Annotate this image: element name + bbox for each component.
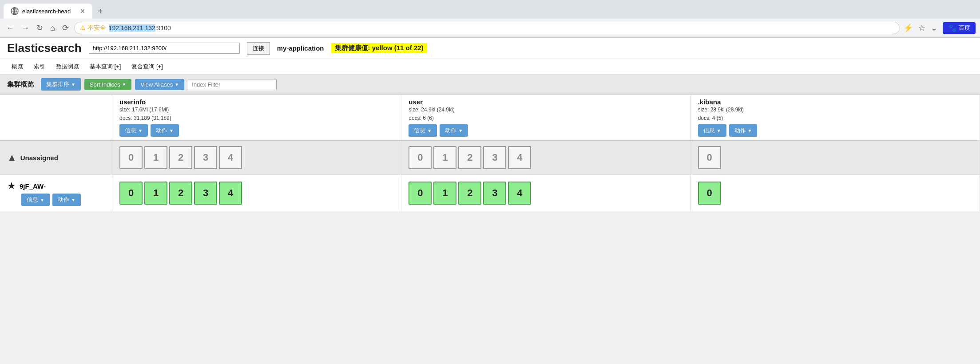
shard-node-user-0[interactable]: 0	[409, 182, 432, 205]
userinfo-info-button[interactable]: 信息 ▼	[119, 124, 148, 137]
bookmark-button[interactable]: ☆	[918, 23, 925, 33]
active-tab[interactable]: elasticsearch-head ✕	[4, 4, 92, 19]
tab-complex-query[interactable]: 复合查询 [+]	[127, 61, 167, 72]
sort-indices-label: Sort Indices	[90, 81, 120, 88]
cluster-sort-arrow-icon: ▼	[71, 82, 75, 87]
index-size-kibana: size: 28.9ki (28.9ki)	[698, 106, 972, 114]
unassigned-shards-userinfo: 0 1 2 3 4	[112, 141, 401, 175]
tab-bar: elasticsearch-head ✕ +	[0, 0, 980, 19]
lightning-button[interactable]: ⚡	[903, 23, 913, 33]
history-button[interactable]: ⟳	[60, 21, 71, 35]
indices-header-row: userinfo size: 17.6Mi (17.6Mi) docs: 31,…	[0, 95, 980, 141]
baidu-button[interactable]: 🐾 百度	[943, 22, 976, 34]
index-meta-userinfo: size: 17.6Mi (17.6Mi) docs: 31,189 (31,1…	[119, 106, 394, 123]
tab-close-icon[interactable]: ✕	[80, 8, 85, 15]
shard-node-userinfo-0[interactable]: 0	[119, 182, 143, 205]
index-header-kibana: .kibana size: 28.9ki (28.9ki) docs: 4 (5…	[690, 95, 980, 141]
shard-unassigned-user-0[interactable]: 0	[409, 146, 432, 169]
shard-node-userinfo-2[interactable]: 2	[169, 182, 192, 205]
globe-icon	[11, 7, 19, 15]
connect-button[interactable]: 连接	[247, 42, 270, 55]
node-shards-userinfo: 0 1 2 3 4	[112, 175, 401, 212]
shard-unassigned-userinfo-3[interactable]: 3	[194, 146, 217, 169]
user-info-arrow: ▼	[427, 128, 432, 133]
sort-indices-button[interactable]: Sort Indices ▼	[84, 79, 132, 90]
index-docs-kibana: docs: 4 (5)	[698, 114, 972, 123]
shard-unassigned-user-3[interactable]: 3	[483, 146, 506, 169]
health-badge: 集群健康值: yellow (11 of 22)	[331, 43, 427, 53]
index-name-userinfo: userinfo	[119, 98, 394, 106]
shard-node-user-2[interactable]: 2	[458, 182, 481, 205]
node-shards-container-userinfo: 0 1 2 3 4	[119, 182, 394, 205]
app: Elasticsearch 连接 my-application 集群健康值: y…	[0, 38, 980, 211]
index-name-kibana: .kibana	[698, 98, 972, 106]
unassigned-shards-container-user: 0 1 2 3 4	[409, 146, 683, 169]
userinfo-action-button[interactable]: 动作 ▼	[151, 124, 179, 137]
node-info-button[interactable]: 信息 ▼	[21, 194, 50, 206]
view-aliases-button[interactable]: View Aliases ▼	[135, 79, 184, 90]
node-shards-user: 0 1 2 3 4	[401, 175, 690, 212]
shard-unassigned-userinfo-0[interactable]: 0	[119, 146, 143, 169]
shard-node-kibana-0[interactable]: 0	[698, 182, 721, 205]
kibana-info-arrow: ▼	[717, 128, 721, 133]
address-bar[interactable]: ⚠ 不安全 192.168.211.132:9100	[74, 22, 900, 34]
shard-unassigned-user-1[interactable]: 1	[433, 146, 456, 169]
userinfo-info-arrow: ▼	[138, 128, 143, 133]
forward-button[interactable]: →	[20, 22, 31, 35]
main-content: userinfo size: 17.6Mi (17.6Mi) docs: 31,…	[0, 95, 980, 211]
index-filter-input[interactable]	[188, 79, 277, 90]
shard-node-userinfo-1[interactable]: 1	[144, 182, 167, 205]
app-header: Elasticsearch 连接 my-application 集群健康值: y…	[0, 38, 980, 59]
node-action-arrow: ▼	[71, 198, 75, 202]
shard-unassigned-userinfo-4[interactable]: 4	[219, 146, 242, 169]
index-meta-user: size: 24.9ki (24.9ki) docs: 6 (6)	[409, 106, 683, 123]
tab-basic-query[interactable]: 基本查询 [+]	[85, 61, 125, 72]
home-button[interactable]: ⌂	[48, 22, 57, 35]
shard-node-user-1[interactable]: 1	[433, 182, 456, 205]
tab-overview[interactable]: 概览	[7, 61, 28, 72]
shard-unassigned-userinfo-2[interactable]: 2	[169, 146, 192, 169]
node-label-cell: ★ 9jF_AW- 信息 ▼ 动作 ▼	[0, 175, 112, 212]
unassigned-shards-container-userinfo: 0 1 2 3 4	[119, 146, 394, 169]
reload-button[interactable]: ↻	[35, 21, 45, 35]
cluster-sort-button[interactable]: 集群排序 ▼	[41, 78, 81, 91]
shard-unassigned-userinfo-1[interactable]: 1	[144, 146, 167, 169]
tab-data-browse[interactable]: 数据浏览	[52, 61, 83, 72]
cluster-name: my-application	[277, 44, 324, 52]
tab-title: elasticsearch-head	[22, 8, 76, 15]
shard-unassigned-kibana-0[interactable]: 0	[698, 146, 721, 169]
view-aliases-arrow-icon: ▼	[175, 82, 179, 87]
node-shards-container-kibana: 0	[698, 182, 972, 205]
address-highlight: 192.168.211.132	[109, 24, 155, 32]
index-name-user: user	[409, 98, 683, 106]
shard-unassigned-user-4[interactable]: 4	[508, 146, 531, 169]
nav-tabs: 概览 索引 数据浏览 基本查询 [+] 复合查询 [+]	[0, 59, 980, 75]
new-tab-button[interactable]: +	[94, 4, 107, 18]
index-docs-userinfo: docs: 31,189 (31,189)	[119, 114, 394, 123]
kibana-info-button[interactable]: 信息 ▼	[698, 124, 726, 137]
user-action-button[interactable]: 动作 ▼	[440, 124, 468, 137]
address-port: :9100	[155, 24, 171, 32]
sort-indices-arrow-icon: ▼	[122, 82, 127, 87]
star-icon: ★	[7, 180, 16, 192]
url-input[interactable]	[89, 43, 240, 54]
shard-node-user-3[interactable]: 3	[483, 182, 506, 205]
shard-node-userinfo-3[interactable]: 3	[194, 182, 217, 205]
node-action-button[interactable]: 动作 ▼	[52, 194, 81, 206]
back-button[interactable]: ←	[4, 22, 16, 35]
security-warning-icon: ⚠ 不安全	[80, 24, 106, 32]
menu-button[interactable]: ⌄	[931, 23, 937, 33]
shard-unassigned-user-2[interactable]: 2	[458, 146, 481, 169]
kibana-action-button[interactable]: 动作 ▼	[729, 124, 758, 137]
overview-title: 集群概览	[7, 80, 34, 89]
user-info-button[interactable]: 信息 ▼	[409, 124, 437, 137]
user-action-arrow: ▼	[458, 128, 463, 133]
index-header-user: user size: 24.9ki (24.9ki) docs: 6 (6) 信…	[401, 95, 690, 141]
unassigned-label: ▲ Unassigned	[7, 152, 105, 163]
shard-node-userinfo-4[interactable]: 4	[219, 182, 242, 205]
index-actions-userinfo: 信息 ▼ 动作 ▼	[119, 124, 394, 137]
tab-index[interactable]: 索引	[29, 61, 50, 72]
unassigned-shards-kibana: 0	[690, 141, 980, 175]
shard-node-user-4[interactable]: 4	[508, 182, 531, 205]
cluster-sort-label: 集群排序	[46, 80, 69, 88]
